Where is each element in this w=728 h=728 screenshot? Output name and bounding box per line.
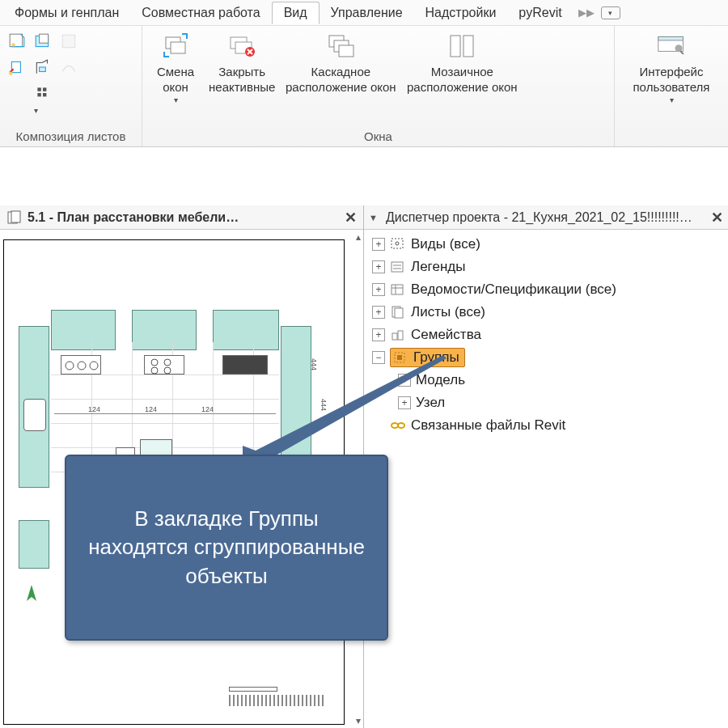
svg-point-32 bbox=[164, 359, 171, 366]
tab-addins[interactable]: Надстройки bbox=[414, 2, 508, 23]
tree-label: Связанные файлы Revit bbox=[411, 417, 565, 434]
user-interface-button[interactable]: Интерфейс пользователя ▾ bbox=[629, 29, 715, 108]
links-icon bbox=[390, 418, 406, 433]
svg-rect-5 bbox=[11, 61, 20, 72]
svg-marker-35 bbox=[27, 585, 36, 601]
view-tab[interactable]: 5.1 - План расстановки мебели… ✕ bbox=[0, 205, 363, 230]
tab-pyrevit[interactable]: pyRevit bbox=[507, 2, 573, 23]
svg-rect-20 bbox=[451, 36, 460, 57]
callout-text: В закладке Группы находятся сгруппирован… bbox=[83, 505, 370, 590]
project-browser: ▼ Диспетчер проекта - 21_Кухня_2021_02_1… bbox=[364, 205, 728, 728]
collapse-icon[interactable]: − bbox=[372, 351, 385, 364]
tree-item-detail[interactable]: + Узел bbox=[367, 392, 725, 414]
svg-point-33 bbox=[151, 367, 158, 374]
ui-icon bbox=[657, 32, 686, 61]
ribbon-panel: ▾ Композиция листов Смена окон ▾ Закрыть… bbox=[0, 26, 728, 147]
expand-icon[interactable]: + bbox=[398, 396, 411, 409]
button-label: Каскадное расположение окон bbox=[286, 65, 396, 95]
tree-label: Виды (все) bbox=[411, 236, 480, 252]
close-inactive-button[interactable]: Закрыть неактивные bbox=[204, 29, 280, 99]
expand-icon[interactable]: + bbox=[372, 283, 385, 296]
tile-icon bbox=[447, 32, 476, 61]
tree-item-sheets[interactable]: + Листы (все) bbox=[367, 301, 725, 324]
svg-rect-8 bbox=[37, 87, 40, 91]
sheet-icon[interactable] bbox=[8, 32, 26, 50]
chevron-down-icon: ▾ bbox=[174, 95, 178, 104]
expand-icon[interactable]: + bbox=[372, 260, 385, 273]
svg-point-31 bbox=[151, 359, 158, 366]
ribbon-tabstrip: Формы и генплан Совместная работа Вид Уп… bbox=[0, 0, 728, 26]
svg-rect-4 bbox=[62, 35, 74, 47]
tree-item-legends[interactable]: + Легенды bbox=[367, 256, 725, 278]
svg-rect-7 bbox=[40, 67, 46, 72]
tree-item-links[interactable]: Связанные файлы Revit bbox=[367, 414, 725, 437]
svg-rect-45 bbox=[395, 308, 403, 318]
tree-item-model[interactable]: + Модель bbox=[367, 369, 725, 392]
tree-item-families[interactable]: + Семейства bbox=[367, 324, 725, 346]
panel-options-icon[interactable]: ▼ bbox=[369, 213, 378, 222]
tab-view[interactable]: Вид bbox=[272, 2, 320, 24]
tab-manage[interactable]: Управление bbox=[320, 2, 414, 23]
matchline-icon bbox=[60, 32, 78, 50]
tile-windows-button[interactable]: Мозаичное расположение окон bbox=[401, 29, 523, 99]
scroll-up-icon[interactable]: ▴ bbox=[356, 231, 361, 243]
expand-icon[interactable]: + bbox=[372, 238, 385, 251]
expand-icon[interactable]: + bbox=[372, 306, 385, 319]
svg-rect-49 bbox=[397, 355, 402, 360]
tab-overflow-icon[interactable]: ▶▶ bbox=[578, 6, 595, 19]
sheets-icon bbox=[390, 305, 406, 320]
close-icon[interactable]: ✕ bbox=[711, 209, 723, 226]
tree-label: Листы (все) bbox=[411, 304, 485, 320]
button-label: Закрыть неактивные bbox=[209, 65, 275, 95]
ribbon-group-label bbox=[620, 142, 723, 145]
svg-rect-21 bbox=[463, 36, 473, 57]
scroll-down-icon[interactable]: ▾ bbox=[356, 715, 361, 726]
cascade-windows-button[interactable]: Каскадное расположение окон bbox=[280, 29, 401, 99]
annotation-callout: В закладке Группы находятся сгруппирован… bbox=[65, 455, 388, 641]
svg-point-34 bbox=[164, 367, 171, 374]
project-browser-title: Диспетчер проекта - 21_Кухня_2021_02_15!… bbox=[386, 210, 692, 225]
svg-point-51 bbox=[398, 423, 404, 428]
groups-icon bbox=[392, 350, 408, 365]
chevron-down-icon: ▾ bbox=[670, 95, 674, 104]
tab-collaborate[interactable]: Совместная работа bbox=[130, 2, 271, 23]
title-block-icon[interactable]: ▾ bbox=[34, 84, 52, 102]
project-tree: + Виды (все) + Легенды + Ведомости/Специ… bbox=[364, 230, 728, 440]
svg-rect-23 bbox=[658, 36, 684, 40]
project-browser-header: ▼ Диспетчер проекта - 21_Кухня_2021_02_1… bbox=[364, 205, 728, 230]
tree-item-schedules[interactable]: + Ведомости/Спецификации (все) bbox=[367, 278, 725, 301]
guide-grid-icon[interactable] bbox=[34, 32, 52, 50]
tree-label: Ведомости/Спецификации (все) bbox=[411, 281, 616, 298]
sheet-composition-buttons: ▾ bbox=[5, 29, 86, 110]
tree-item-groups[interactable]: − Группы bbox=[367, 346, 725, 369]
svg-point-30 bbox=[90, 362, 98, 370]
view-tab-label: 5.1 - План расстановки мебели… bbox=[28, 210, 239, 225]
svg-rect-27 bbox=[11, 211, 20, 222]
tree-label: Модель bbox=[416, 372, 465, 388]
dim-label: 444 bbox=[310, 358, 318, 370]
expand-icon[interactable]: + bbox=[372, 328, 385, 341]
tree-label: Легенды bbox=[411, 259, 465, 275]
tree-item-views[interactable]: + Виды (все) bbox=[367, 233, 725, 256]
svg-point-50 bbox=[392, 423, 398, 428]
expand-icon[interactable]: + bbox=[398, 374, 411, 387]
revision-icon bbox=[60, 58, 78, 76]
view-reference-icon[interactable] bbox=[8, 58, 26, 76]
dim-label: 124 bbox=[88, 405, 100, 413]
viewport-icon[interactable] bbox=[34, 58, 52, 76]
switch-windows-button[interactable]: Смена окон ▾ bbox=[147, 29, 204, 108]
svg-rect-13 bbox=[171, 42, 185, 53]
dim-label: 124 bbox=[201, 405, 214, 413]
svg-point-37 bbox=[396, 242, 399, 245]
svg-point-6 bbox=[9, 72, 12, 75]
ribbon-minimize-icon[interactable]: ▾ bbox=[601, 6, 620, 19]
tree-label: Узел bbox=[416, 395, 445, 411]
button-label: Смена окон bbox=[157, 65, 194, 95]
svg-rect-47 bbox=[398, 331, 403, 340]
close-icon[interactable]: ✕ bbox=[345, 209, 357, 226]
button-label: Мозаичное расположение окон bbox=[407, 65, 518, 95]
expand-placeholder bbox=[372, 419, 385, 432]
legends-icon bbox=[390, 260, 406, 274]
tab-forms[interactable]: Формы и генплан bbox=[3, 2, 130, 23]
document-icon bbox=[6, 210, 21, 225]
